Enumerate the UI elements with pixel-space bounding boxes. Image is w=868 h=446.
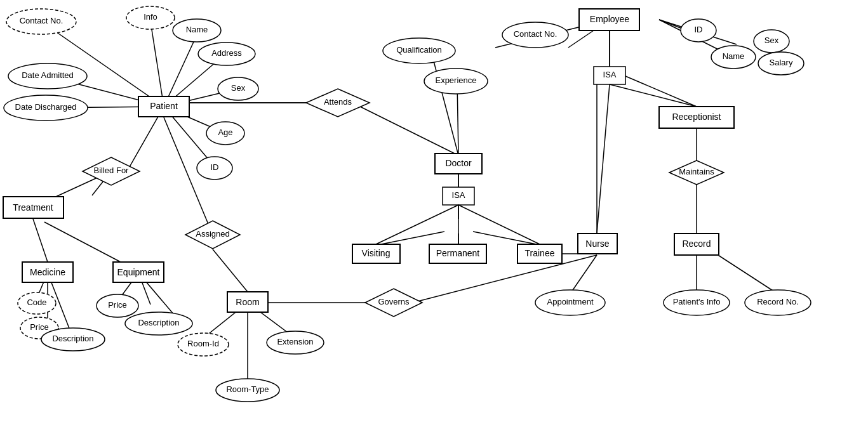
- attr-qualification: Qualification: [383, 38, 455, 63]
- entity-employee: Employee: [579, 9, 639, 30]
- attr-employee-contact: Contact No.: [502, 22, 568, 48]
- svg-text:Maintains: Maintains: [679, 167, 714, 176]
- svg-text:Name: Name: [186, 25, 208, 34]
- entity-equipment: Equipment: [113, 262, 164, 282]
- rel-maintains: Maintains: [669, 161, 724, 185]
- svg-text:ID: ID: [211, 162, 219, 172]
- entity-trainee: Trainee: [517, 244, 562, 263]
- er-diagram: Patient Treatment Medicine Equipment Roo…: [0, 0, 868, 446]
- svg-text:Code: Code: [27, 298, 46, 307]
- entity-trainee-label: Trainee: [525, 248, 555, 258]
- attr-patient-name: Name: [173, 19, 221, 42]
- attr-room-id: Room-Id: [178, 333, 229, 356]
- entity-doctor-label: Doctor: [445, 158, 472, 168]
- isa-employee: ISA: [594, 67, 625, 84]
- svg-line-21: [213, 249, 248, 292]
- entity-treatment: Treatment: [3, 197, 63, 218]
- svg-text:Info: Info: [144, 12, 157, 22]
- svg-text:Date Admitted: Date Admitted: [22, 70, 74, 80]
- svg-text:Salary: Salary: [770, 58, 793, 67]
- svg-line-32: [381, 232, 444, 244]
- entity-receptionist-label: Receptionist: [672, 112, 721, 122]
- entity-record: Record: [674, 233, 719, 255]
- entity-permanent: Permanent: [429, 244, 486, 263]
- attr-address: Address: [198, 43, 255, 65]
- svg-text:Sex: Sex: [765, 36, 779, 45]
- svg-text:Room-Id: Room-Id: [187, 339, 219, 348]
- rel-billed-for: Billed For: [83, 157, 140, 185]
- entity-nurse-label: Nurse: [585, 239, 610, 249]
- entity-record-label: Record: [682, 239, 711, 249]
- svg-line-13: [44, 222, 121, 262]
- entity-equipment-label: Equipment: [117, 267, 160, 277]
- svg-line-138: [597, 84, 610, 233]
- svg-text:Billed For: Billed For: [94, 166, 130, 175]
- entity-treatment-label: Treatment: [13, 202, 53, 213]
- attr-room-type: Room-Type: [216, 379, 279, 402]
- attr-experience: Experience: [424, 69, 488, 94]
- entity-permanent-label: Permanent: [436, 248, 480, 258]
- svg-text:Age: Age: [218, 128, 232, 137]
- attr-record-no: Record No.: [745, 290, 811, 315]
- svg-text:Description: Description: [52, 334, 93, 343]
- svg-text:Room-Type: Room-Type: [226, 384, 269, 394]
- attr-employee-name: Name: [711, 46, 756, 69]
- svg-text:Extension: Extension: [277, 337, 313, 346]
- rel-attends: Attends: [306, 89, 370, 117]
- svg-text:Assigned: Assigned: [196, 229, 229, 239]
- entity-patient-label: Patient: [150, 101, 178, 111]
- attr-medicine-description: Description: [41, 328, 105, 351]
- svg-text:Qualification: Qualification: [396, 45, 442, 55]
- svg-text:Attends: Attends: [324, 97, 352, 107]
- entity-medicine-label: Medicine: [30, 267, 65, 277]
- svg-text:Contact No.: Contact No.: [20, 16, 63, 25]
- isa-doctor: ISA: [443, 187, 474, 205]
- svg-text:ISA: ISA: [452, 190, 465, 200]
- entity-nurse: Nurse: [578, 233, 617, 254]
- attr-patient-id: ID: [197, 157, 232, 180]
- attr-employee-salary: Salary: [758, 52, 804, 75]
- svg-line-28: [352, 103, 458, 155]
- attr-equipment-price: Price: [97, 294, 138, 317]
- svg-text:Governs: Governs: [378, 297, 410, 306]
- entity-visiting-label: Visiting: [362, 248, 391, 258]
- svg-text:Description: Description: [138, 318, 179, 327]
- svg-text:ISA: ISA: [603, 70, 617, 79]
- svg-text:Sex: Sex: [231, 83, 246, 93]
- entity-receptionist: Receptionist: [659, 107, 734, 128]
- svg-line-133: [458, 205, 540, 244]
- attr-medicine-code: Code: [18, 292, 56, 314]
- attr-sex: Sex: [218, 77, 258, 100]
- attr-employee-sex: Sex: [754, 30, 789, 53]
- svg-text:Price: Price: [108, 300, 127, 310]
- attr-date-discharged: Date Discharged: [4, 95, 88, 121]
- svg-text:Experience: Experience: [435, 75, 476, 85]
- svg-text:Appointment: Appointment: [547, 297, 594, 306]
- entity-employee-label: Employee: [590, 14, 629, 24]
- entity-room: Room: [227, 292, 268, 312]
- attr-equipment-description: Description: [125, 312, 192, 335]
- attr-extension: Extension: [267, 331, 324, 354]
- attr-date-admitted: Date Admitted: [8, 63, 87, 89]
- entity-doctor: Doctor: [435, 154, 482, 174]
- svg-text:Price: Price: [30, 322, 49, 332]
- entity-room-label: Room: [236, 297, 259, 307]
- rel-governs: Governs: [365, 289, 422, 317]
- entity-visiting: Visiting: [352, 244, 400, 263]
- svg-text:Patient's Info: Patient's Info: [673, 297, 721, 306]
- svg-line-0: [150, 22, 164, 107]
- entity-patient: Patient: [138, 96, 189, 117]
- svg-line-131: [376, 205, 458, 244]
- svg-text:Address: Address: [211, 48, 242, 58]
- rel-assigned: Assigned: [185, 221, 240, 249]
- svg-line-47: [711, 251, 775, 292]
- attr-age: Age: [206, 122, 244, 145]
- attr-contact-no-dashed: Contact No.: [6, 9, 76, 34]
- attr-patients-info: Patient's Info: [664, 290, 730, 315]
- svg-text:Date Discharged: Date Discharged: [15, 102, 77, 112]
- attr-employee-id: ID: [681, 19, 716, 42]
- entity-medicine: Medicine: [22, 262, 73, 282]
- svg-line-12: [33, 219, 48, 262]
- svg-text:Record No.: Record No.: [757, 297, 799, 306]
- svg-text:Name: Name: [723, 51, 745, 61]
